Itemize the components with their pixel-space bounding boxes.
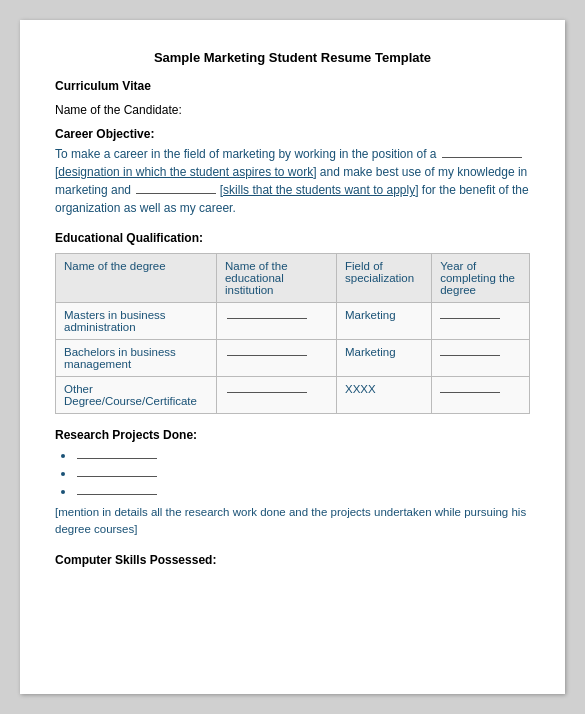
year-1 (432, 303, 530, 340)
spec-3: XXXX (337, 377, 432, 414)
page-title: Sample Marketing Student Resume Template (55, 50, 530, 65)
spec-1: Marketing (337, 303, 432, 340)
educational-label: Educational Qualification: (55, 231, 530, 245)
degree-bachelors: Bachelors in business management (56, 340, 217, 377)
table-row: Masters in business administration Marke… (56, 303, 530, 340)
candidate-field: Name of the Candidate: (55, 103, 530, 117)
research-label: Research Projects Done: (55, 428, 530, 442)
blank-skills (136, 193, 216, 194)
institution-3 (216, 377, 336, 414)
research-bullets (75, 448, 530, 498)
year-3 (432, 377, 530, 414)
table-row: Bachelors in business management Marketi… (56, 340, 530, 377)
bullet-3 (75, 484, 530, 498)
year-2 (432, 340, 530, 377)
computer-skills-label: Computer Skills Possessed: (55, 553, 530, 567)
bullet-1 (75, 448, 530, 462)
col-header-year: Year of completing the degree (432, 254, 530, 303)
research-section: [mention in details all the research wor… (55, 448, 530, 539)
institution-2 (216, 340, 336, 377)
col-header-specialization: Field of specialization (337, 254, 432, 303)
bullet-2 (75, 466, 530, 480)
blank-designation (442, 157, 522, 158)
degree-other: Other Degree/Course/Certificate (56, 377, 217, 414)
career-objective-label: Career Objective: (55, 127, 530, 141)
education-table: Name of the degree Name of the education… (55, 253, 530, 414)
col-header-degree: Name of the degree (56, 254, 217, 303)
degree-masters: Masters in business administration (56, 303, 217, 340)
resume-page: Sample Marketing Student Resume Template… (20, 20, 565, 694)
col-header-institution: Name of the educational institution (216, 254, 336, 303)
spec-2: Marketing (337, 340, 432, 377)
research-note: [mention in details all the research wor… (55, 504, 530, 539)
institution-1 (216, 303, 336, 340)
career-objective-text: To make a career in the field of marketi… (55, 145, 530, 217)
curriculum-vitae-label: Curriculum Vitae (55, 79, 530, 93)
table-row: Other Degree/Course/Certificate XXXX (56, 377, 530, 414)
